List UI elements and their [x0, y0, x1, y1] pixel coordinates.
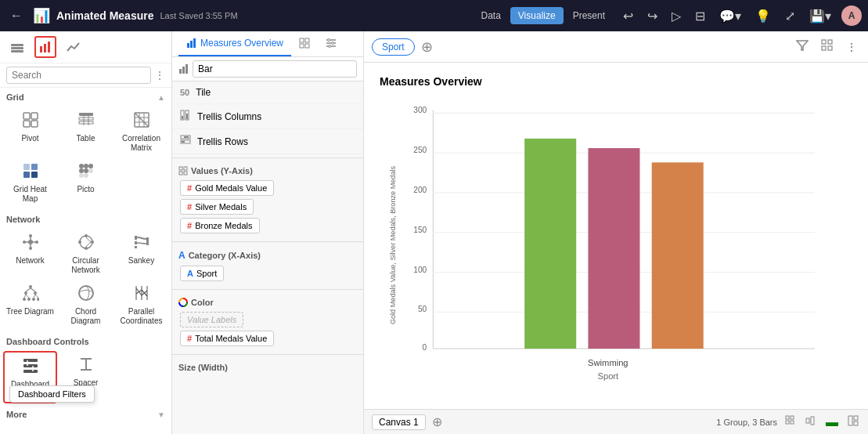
sport-filter-tag[interactable]: Sport: [372, 38, 415, 56]
network-label: Network: [16, 256, 45, 266]
trend-icon-btn[interactable]: [63, 36, 85, 58]
dashboard-controls-header: Dashboard Controls: [0, 332, 171, 348]
trellis-rows-icon: [180, 135, 191, 148]
svg-rect-133: [791, 421, 794, 424]
chart-type-table[interactable]: Table: [59, 107, 113, 156]
chart-type-parallel-coordinates[interactable]: Parallel Coordinates: [114, 280, 168, 329]
chart-type-correlation-matrix[interactable]: Correlation Matrix: [114, 107, 168, 156]
avatar[interactable]: A: [841, 5, 862, 26]
add-filter-button[interactable]: ⊕: [421, 38, 433, 56]
chart-type-grid-heat-map[interactable]: Grid Heat Map: [3, 157, 57, 207]
size-section: Size (Width): [172, 358, 363, 378]
canvas-tab[interactable]: Canvas 1: [372, 414, 426, 430]
list-item-trellis-rows[interactable]: Trellis Rows: [172, 129, 363, 154]
chart-type-icon-btn[interactable]: [34, 36, 56, 58]
yaxis-icon: [178, 166, 188, 175]
expand-button[interactable]: ⤢: [781, 7, 799, 25]
chart-type-circular-network[interactable]: Circular Network: [59, 229, 113, 278]
chord-diagram-icon: [77, 284, 95, 306]
gold-medals-tag[interactable]: # Gold Medals Value: [180, 180, 274, 196]
chart-type-network[interactable]: Network: [3, 229, 57, 278]
sport-xaxis-tag[interactable]: A Sport: [180, 266, 224, 281]
svg-rect-135: [811, 417, 814, 425]
chart-type-picto[interactable]: Picto: [59, 157, 113, 207]
svg-line-64: [34, 295, 35, 298]
trellis-columns-icon: [180, 110, 191, 123]
nav-visualize-button[interactable]: Visualize: [510, 7, 564, 24]
viz-type-select[interactable]: Bar Line Pie: [193, 60, 357, 78]
svg-point-53: [29, 285, 32, 288]
redo-button[interactable]: ↪: [643, 7, 661, 25]
play-button[interactable]: ▷: [668, 7, 685, 25]
parallel-coordinates-label: Parallel Coordinates: [117, 307, 165, 326]
bronze-medals-tag[interactable]: # Bronze Medals: [180, 218, 260, 233]
silver-bar: [588, 148, 639, 349]
search-row: ⋮: [0, 63, 171, 88]
color-icon: [178, 298, 188, 307]
sankey-icon: [133, 233, 150, 255]
svg-point-58: [32, 298, 35, 301]
more-options-btn[interactable]: ⋮: [843, 39, 860, 55]
svg-line-65: [35, 295, 38, 298]
bottom-fit-btn[interactable]: [804, 414, 818, 430]
grid-view-btn[interactable]: [818, 38, 837, 56]
back-button[interactable]: ←: [6, 7, 27, 24]
tab-grid[interactable]: [291, 31, 318, 56]
svg-line-20: [135, 113, 149, 127]
bookmark-button[interactable]: ⊟: [691, 7, 709, 25]
filter-icon-btn[interactable]: [793, 38, 812, 56]
tab-measures-overview-label: Measures Overview: [200, 38, 283, 49]
bottom-layout-btn[interactable]: [846, 414, 860, 430]
list-item-trellis-columns[interactable]: Trellis Columns: [172, 104, 363, 129]
nav-present-button[interactable]: Present: [565, 7, 613, 24]
chart-icon: 📊: [33, 7, 50, 24]
app-title: Animated Measure: [56, 9, 153, 22]
hash-icon-2: #: [187, 202, 192, 212]
bottom-green-btn[interactable]: ▬: [824, 414, 840, 431]
gold-bar: [524, 139, 576, 349]
total-medals-tag[interactable]: # Total Medals Value: [180, 331, 274, 346]
search-input[interactable]: [6, 67, 151, 84]
value-labels-placeholder[interactable]: Value Labels: [180, 312, 243, 327]
svg-point-25: [79, 164, 84, 168]
svg-rect-8: [23, 121, 30, 127]
silver-medals-tag[interactable]: # Silver Medals: [180, 199, 254, 215]
svg-rect-5: [48, 42, 50, 52]
svg-rect-105: [184, 172, 187, 175]
canvas-add-button[interactable]: ⊕: [432, 414, 442, 429]
svg-rect-50: [135, 241, 137, 244]
svg-rect-11: [79, 118, 93, 120]
search-options-button[interactable]: ⋮: [154, 69, 165, 81]
svg-marker-107: [797, 41, 808, 50]
chart-type-sankey[interactable]: Sankey: [114, 229, 168, 278]
svg-rect-111: [828, 46, 832, 50]
layers-icon-btn[interactable]: [6, 36, 28, 58]
divider-1: [172, 157, 363, 158]
svg-line-47: [86, 237, 91, 242]
save-button[interactable]: 💾▾: [805, 7, 835, 25]
svg-rect-51: [135, 246, 137, 248]
chart-type-chord-diagram[interactable]: Chord Diagram: [59, 280, 113, 329]
svg-line-48: [86, 242, 91, 247]
svg-rect-102: [179, 167, 182, 170]
svg-rect-10: [79, 113, 93, 116]
comment-button[interactable]: 💬▾: [715, 7, 745, 25]
svg-rect-4: [44, 44, 46, 52]
chart-type-pivot[interactable]: Pivot: [3, 107, 57, 156]
network-section-header: Network: [0, 210, 171, 226]
more-arrow-icon[interactable]: ▼: [157, 410, 165, 419]
svg-rect-83: [300, 44, 304, 48]
left-icon-row: [0, 31, 171, 63]
chart-type-tree-diagram[interactable]: Tree Diagram: [3, 280, 57, 329]
undo-button[interactable]: ↩: [619, 7, 637, 25]
list-item-tile[interactable]: 50 Tile: [172, 81, 363, 104]
lightbulb-button[interactable]: 💡: [751, 7, 775, 25]
network-items: Network Ci: [0, 226, 171, 332]
tab-measures-overview[interactable]: Measures Overview: [178, 31, 291, 56]
tab-config[interactable]: [318, 31, 344, 56]
nav-data-button[interactable]: Data: [473, 7, 508, 24]
bottom-grid-btn[interactable]: [783, 414, 798, 430]
grid-collapse-icon[interactable]: ▲: [157, 93, 165, 102]
chart-svg-container: Gold Medals Value, Silver Medals, Bronze…: [380, 94, 852, 396]
svg-rect-2: [11, 50, 23, 52]
